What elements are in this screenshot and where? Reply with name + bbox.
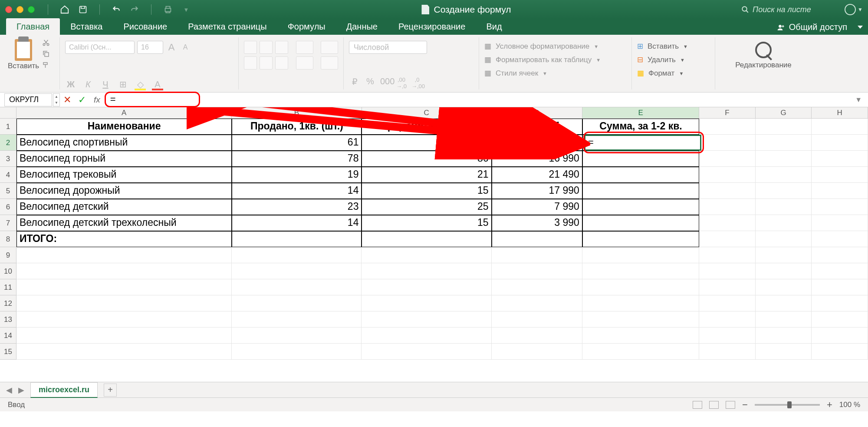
tab-view[interactable]: Вид xyxy=(476,18,512,35)
tab-page-layout[interactable]: Разметка страницы xyxy=(178,18,277,35)
cell-g2[interactable] xyxy=(756,135,812,151)
page-layout-view-icon[interactable] xyxy=(709,401,719,409)
cell-e3[interactable] xyxy=(582,151,699,167)
tab-formulas[interactable]: Формулы xyxy=(277,18,336,35)
row-header-5[interactable]: 5 xyxy=(0,183,16,199)
row-header-8[interactable]: 8 xyxy=(0,231,16,247)
tab-insert[interactable]: Вставка xyxy=(60,18,113,35)
row-header-3[interactable]: 3 xyxy=(0,151,16,167)
cell-a5[interactable]: Велосипед дорожный xyxy=(16,183,232,199)
row-header-14[interactable]: 14 xyxy=(0,328,16,344)
currency-button[interactable]: ₽ xyxy=(349,76,360,89)
cell-e7[interactable] xyxy=(582,215,699,231)
format-cells-button[interactable]: ▦Формат▼ xyxy=(637,69,710,78)
cell-h3[interactable] xyxy=(812,151,868,167)
col-header-b[interactable]: B xyxy=(232,107,362,118)
cell-f5[interactable] xyxy=(699,183,756,199)
cell-e1[interactable]: Сумма, за 1-2 кв. xyxy=(582,119,699,135)
cell-d3[interactable]: 16 990 xyxy=(492,151,582,167)
cell-g5[interactable] xyxy=(756,183,812,199)
cancel-formula-button[interactable]: ✕ xyxy=(60,94,75,106)
sheet-tab[interactable]: microexcel.ru xyxy=(30,382,98,398)
cell-c5[interactable]: 15 xyxy=(362,183,491,199)
row-header-11[interactable]: 11 xyxy=(0,279,16,295)
percent-button[interactable]: % xyxy=(365,76,376,89)
cell-h5[interactable] xyxy=(812,183,868,199)
bold-button[interactable]: Ж xyxy=(65,79,76,89)
cell-b6[interactable]: 23 xyxy=(232,199,362,215)
cell-c4[interactable]: 21 xyxy=(362,167,491,183)
fill-color-button[interactable]: ◇ xyxy=(135,79,146,89)
cell-f3[interactable] xyxy=(699,151,756,167)
cell-f8[interactable] xyxy=(699,231,756,247)
cell-e8[interactable] xyxy=(582,231,699,247)
row-header-4[interactable]: 4 xyxy=(0,167,16,183)
row-header-7[interactable]: 7 xyxy=(0,215,16,231)
col-header-d[interactable]: D xyxy=(492,107,582,118)
close-window-button[interactable] xyxy=(5,6,12,13)
cell-c1[interactable]: Продано, 2кв. (шт.) xyxy=(362,119,491,135)
cell-a6[interactable]: Велосипед детский xyxy=(16,199,232,215)
cell-f4[interactable] xyxy=(699,167,756,183)
cell-a1[interactable]: Наименование xyxy=(16,119,232,135)
cell-g6[interactable] xyxy=(756,199,812,215)
font-name-select[interactable]: Calibri (Осн... xyxy=(65,41,135,54)
cell-f1[interactable] xyxy=(699,119,756,135)
name-box[interactable]: ОКРУГЛ xyxy=(4,93,52,106)
paste-icon[interactable] xyxy=(15,39,32,61)
feedback-caret-icon[interactable]: ▼ xyxy=(858,7,863,13)
cell-g1[interactable] xyxy=(756,119,812,135)
alignment-grid[interactable] xyxy=(244,41,288,89)
zoom-level[interactable]: 100 % xyxy=(839,401,860,409)
row-header-9[interactable]: 9 xyxy=(0,247,16,263)
fx-icon[interactable]: fx xyxy=(94,95,100,105)
font-color-button[interactable]: А xyxy=(152,79,163,89)
enter-formula-button[interactable]: ✓ xyxy=(75,94,89,106)
home-icon[interactable] xyxy=(59,4,70,15)
cell-h7[interactable] xyxy=(812,215,868,231)
col-header-f[interactable]: F xyxy=(699,107,756,118)
cell-a4[interactable]: Велосипед трековый xyxy=(16,167,232,183)
cell-d5[interactable]: 17 990 xyxy=(492,183,582,199)
row-header-1[interactable]: 1 xyxy=(0,119,16,135)
col-header-c[interactable]: C xyxy=(362,107,492,118)
cell-h8[interactable] xyxy=(812,231,868,247)
wrap-text-button[interactable] xyxy=(296,56,313,70)
col-header-h[interactable]: H xyxy=(812,107,868,118)
cell-b5[interactable]: 14 xyxy=(232,183,362,199)
underline-button[interactable]: Ч xyxy=(100,79,111,89)
undo-icon[interactable] xyxy=(111,4,122,15)
format-painter-icon[interactable] xyxy=(42,61,50,69)
decrease-decimal-button[interactable]: ,0→,00 xyxy=(411,76,423,89)
normal-view-icon[interactable] xyxy=(693,401,702,409)
sheet-nav-prev-icon[interactable]: ◀ xyxy=(6,385,12,395)
page-break-view-icon[interactable] xyxy=(726,401,735,409)
ribbon-collapse-icon[interactable] xyxy=(858,26,863,29)
search-input[interactable] xyxy=(753,5,831,14)
cell-c2[interactable] xyxy=(362,135,491,151)
italic-button[interactable]: К xyxy=(82,79,94,89)
increase-decimal-button[interactable]: ,00→,0 xyxy=(396,76,407,89)
minimize-window-button[interactable] xyxy=(16,6,23,13)
row-header-2[interactable]: 2 xyxy=(0,135,16,151)
cell-styles-button[interactable]: ▦Стили ячеек▼ xyxy=(484,69,626,78)
row-header-6[interactable]: 6 xyxy=(0,199,16,215)
row-header-13[interactable]: 13 xyxy=(0,311,16,328)
add-sheet-button[interactable]: + xyxy=(104,384,117,397)
copy-icon[interactable] xyxy=(42,50,50,58)
cell-d2[interactable]: 12 990 xyxy=(492,135,582,151)
cell-d1[interactable]: Цена, руб. xyxy=(492,119,582,135)
cell-c8[interactable] xyxy=(362,231,491,247)
cell-h4[interactable] xyxy=(812,167,868,183)
cell-d4[interactable]: 21 490 xyxy=(492,167,582,183)
orientation-button[interactable] xyxy=(296,41,313,54)
cell-a7[interactable]: Велосипед детский трехколесный xyxy=(16,215,232,231)
print-icon[interactable] xyxy=(163,4,173,15)
cell-h6[interactable] xyxy=(812,199,868,215)
cell-a3[interactable]: Велосипед горный xyxy=(16,151,232,167)
cell-d8[interactable] xyxy=(492,231,582,247)
number-format-select[interactable]: Числовой xyxy=(349,41,427,54)
delete-cells-button[interactable]: ⊟Удалить▼ xyxy=(637,55,710,64)
cell-b8[interactable] xyxy=(232,231,362,247)
zoom-in-button[interactable]: + xyxy=(827,399,832,410)
